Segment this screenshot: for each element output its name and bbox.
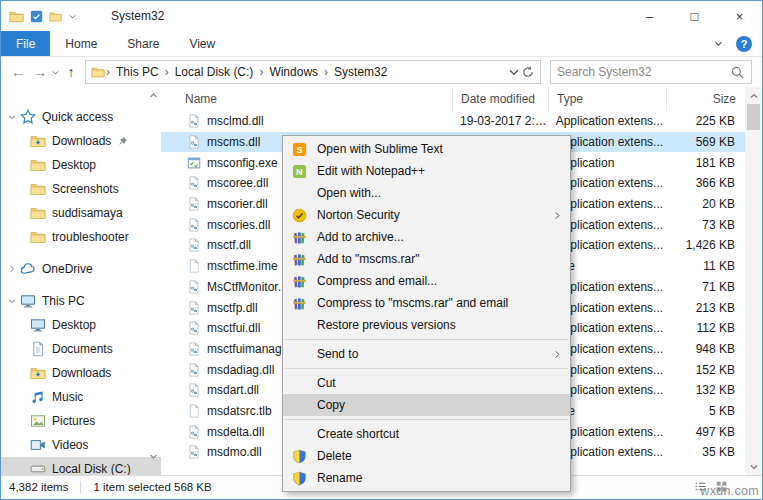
ribbon-right: ?	[713, 31, 762, 56]
sidebar-item-music[interactable]: Music	[1, 385, 161, 409]
dll-icon	[187, 238, 201, 252]
dll-icon	[187, 425, 201, 439]
context-menu-item-add-to-mscms-rar[interactable]: Add to "mscms.rar"	[283, 248, 570, 270]
context-menu-item-label: Delete	[317, 449, 352, 463]
tab-home[interactable]: Home	[50, 31, 112, 56]
context-menu-item-edit-with-notepad[interactable]: NEdit with Notepad++	[283, 160, 570, 182]
context-menu-item-restore-previous-versions[interactable]: Restore previous versions	[283, 314, 570, 336]
sidebar-item-local-disk-c[interactable]: Local Disk (C:)	[1, 457, 161, 475]
sidebar-item-downloads[interactable]: Downloads	[1, 129, 161, 153]
folder-icon	[29, 205, 46, 221]
context-menu-item-rename[interactable]: Rename	[283, 467, 570, 489]
sidebar-item-screenshots[interactable]: Screenshots	[1, 177, 161, 201]
new-folder-button-icon[interactable]	[49, 10, 62, 23]
customize-quick-access-icon[interactable]	[68, 12, 77, 21]
scroll-up-icon[interactable]	[147, 89, 160, 102]
chevron-right-icon[interactable]	[5, 264, 19, 274]
search-icon[interactable]	[730, 65, 745, 80]
sidebar-item-desktop[interactable]: Desktop	[1, 313, 161, 337]
sidebar-item-label: Quick access	[42, 110, 113, 124]
back-button[interactable]: ←	[7, 64, 29, 80]
breadcrumb: ›This PC›Local Disk (C:)›Windows›System3…	[105, 65, 507, 79]
context-menu-item-copy[interactable]: Copy	[283, 394, 570, 416]
column-header-name[interactable]: Name	[161, 87, 453, 111]
context-menu-item-open-with-sublime-text[interactable]: SOpen with Sublime Text	[283, 138, 570, 160]
maximize-button[interactable]: □	[672, 1, 717, 31]
breadcrumb-item-this-pc[interactable]: This PC	[111, 65, 164, 79]
file-name-text: msctfuimanag...	[207, 342, 292, 356]
file-name-text: mscories.dll	[207, 218, 270, 232]
sidebar-item-desktop[interactable]: Desktop	[1, 153, 161, 177]
context-menu-item-open-with[interactable]: Open with...	[283, 182, 570, 204]
file-row-msclmd-dll[interactable]: msclmd.dll19-03-2017 2:31Application ext…	[161, 111, 745, 132]
column-header-date-modified[interactable]: Date modified	[453, 87, 549, 111]
sidebar-item-label: troubleshooter	[52, 230, 129, 244]
dll-icon	[187, 197, 201, 211]
norton-icon	[289, 208, 309, 223]
close-button[interactable]: ×	[717, 1, 762, 31]
scrollbar-thumb[interactable]	[747, 104, 760, 130]
sidebar-item-troubleshooter[interactable]: troubleshooter	[1, 225, 161, 249]
file-list-scrollbar[interactable]	[745, 87, 762, 475]
sidebar-item-suddisamaya[interactable]: suddisamaya	[1, 201, 161, 225]
dll-icon	[187, 445, 201, 459]
sidebar-item-documents[interactable]: Documents	[1, 337, 161, 361]
properties-button-icon[interactable]	[30, 10, 43, 23]
sidebar-scrollbar[interactable]	[147, 89, 160, 473]
context-menu-item-label: Open with Sublime Text	[317, 142, 443, 156]
sidebar-item-this-pc[interactable]: This PC	[1, 289, 161, 313]
file-size-cell: 366 KB	[665, 176, 745, 190]
column-header-size[interactable]: Size	[667, 87, 747, 111]
address-dropdown-icon[interactable]	[507, 65, 521, 79]
file-name-text: mscms.dll	[207, 135, 260, 149]
context-menu-item-norton-security[interactable]: Norton Security	[283, 204, 570, 226]
sidebar-item-videos[interactable]: Videos	[1, 433, 161, 457]
context-menu-item-delete[interactable]: Delete	[283, 445, 570, 467]
context-menu-item-compress-to-mscms-rar-and-email[interactable]: Compress to "mscms.rar" and email	[283, 292, 570, 314]
breadcrumb-item-system32[interactable]: System32	[329, 65, 392, 79]
context-menu-item-label: Edit with Notepad++	[317, 164, 425, 178]
menu-separator	[285, 368, 568, 369]
chevron-down-icon[interactable]	[5, 112, 19, 122]
svg-text:S: S	[296, 145, 302, 155]
context-menu-item-add-to-archive[interactable]: Add to archive...	[283, 226, 570, 248]
context-menu-item-label: Compress to "mscms.rar" and email	[317, 296, 508, 310]
sidebar-item-quick-access[interactable]: Quick access	[1, 105, 161, 129]
dll-icon	[187, 301, 201, 315]
scroll-up-icon[interactable]	[746, 88, 761, 103]
file-size-cell: 225 KB	[665, 114, 745, 128]
breadcrumb-item-local-disk-c[interactable]: Local Disk (C:)	[170, 65, 259, 79]
address-bar[interactable]: ›This PC›Local Disk (C:)›Windows›System3…	[85, 60, 541, 84]
forward-button[interactable]: →	[29, 64, 51, 80]
file-name-text: msctfime.ime	[207, 259, 278, 273]
up-button[interactable]: ↑	[60, 64, 82, 80]
context-menu-item-label: Restore previous versions	[317, 318, 456, 332]
refresh-icon[interactable]	[521, 65, 535, 79]
context-menu-item-send-to[interactable]: Send to	[283, 343, 570, 365]
context-menu-item-label: Add to "mscms.rar"	[317, 252, 420, 266]
shield-icon	[289, 471, 309, 486]
breadcrumb-item-windows[interactable]: Windows	[264, 65, 323, 79]
context-menu-item-create-shortcut[interactable]: Create shortcut	[283, 423, 570, 445]
sidebar-item-onedrive[interactable]: OneDrive	[1, 257, 161, 281]
context-menu: SOpen with Sublime TextNEdit with Notepa…	[282, 135, 571, 492]
tab-file[interactable]: File	[1, 31, 50, 56]
minimize-button[interactable]: –	[627, 1, 672, 31]
context-menu-item-cut[interactable]: Cut	[283, 372, 570, 394]
search-input[interactable]	[557, 65, 730, 79]
column-header-type[interactable]: Type	[549, 87, 667, 111]
help-button[interactable]: ?	[736, 36, 752, 52]
sidebar-item-pictures[interactable]: Pictures	[1, 409, 161, 433]
document-icon	[29, 341, 46, 357]
tab-share[interactable]: Share	[112, 31, 174, 56]
chevron-down-icon[interactable]	[5, 296, 19, 306]
scroll-down-icon[interactable]	[746, 459, 761, 474]
sidebar-item-downloads[interactable]: Downloads	[1, 361, 161, 385]
context-menu-item-compress-and-email[interactable]: Compress and email...	[283, 270, 570, 292]
folder-icon	[29, 181, 46, 197]
scroll-down-icon[interactable]	[147, 450, 160, 463]
recent-locations-icon[interactable]	[51, 68, 60, 77]
expand-ribbon-icon[interactable]	[713, 38, 724, 49]
tab-view[interactable]: View	[174, 31, 230, 56]
dll-icon	[187, 383, 201, 397]
